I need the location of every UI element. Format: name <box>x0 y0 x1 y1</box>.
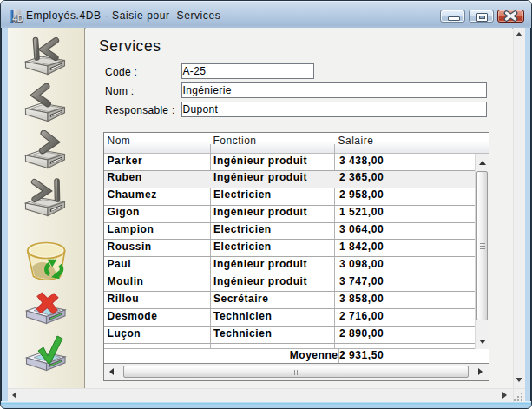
svg-text:4D: 4D <box>12 14 23 23</box>
